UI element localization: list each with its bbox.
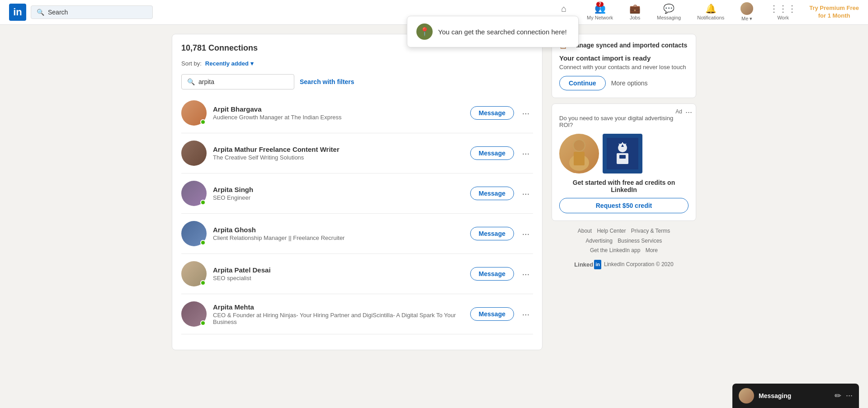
svg-rect-7: [619, 155, 626, 159]
more-options-button[interactable]: ···: [519, 106, 533, 120]
more-options-button[interactable]: ···: [519, 226, 533, 241]
search-bar-row: 🔍 Search with filters: [181, 74, 533, 89]
tooltip-text: You can get the searched connection here…: [438, 28, 567, 36]
connection-title: SEO Engineer: [213, 194, 464, 201]
avatar: [741, 2, 753, 15]
more-options-button[interactable]: ···: [519, 307, 533, 321]
sort-label: Sort by:: [181, 60, 202, 67]
linkedin-logo[interactable]: in: [9, 4, 26, 21]
connection-title: SEO specialist: [213, 275, 464, 281]
connection-info: Arpita Mehta CEO & Founder at Hiring Nin…: [213, 303, 464, 325]
ad-more-dots[interactable]: ···: [685, 108, 692, 117]
nav-messaging[interactable]: 💬 Messaging: [650, 0, 688, 24]
ad-cta-button[interactable]: Request $50 credit: [559, 198, 689, 213]
sort-row: Sort by: Recently added ▾: [181, 60, 533, 67]
messaging-bar[interactable]: Messaging ✏ ···: [732, 384, 859, 408]
table-row: Arpita Mathur Freelance Content Writer T…: [181, 133, 533, 174]
notifications-icon: 🔔: [705, 3, 717, 14]
ad-card: Ad ··· Do you need to save your digital …: [552, 103, 696, 221]
footer-app[interactable]: Get the LinkedIn app: [590, 247, 640, 253]
search-bar[interactable]: 🔍: [31, 5, 153, 19]
online-indicator: [200, 200, 206, 205]
table-row: Arpita Ghosh Client Relationship Manager…: [181, 214, 533, 254]
search-with-filters[interactable]: Search with filters: [300, 78, 354, 85]
connection-name[interactable]: Arpita Singh: [213, 186, 464, 193]
premium-link[interactable]: Try Premium Free for 1 Month: [809, 5, 859, 20]
footer-advertising[interactable]: Advertising: [586, 238, 613, 244]
right-panel: 📋 Manage synced and imported contacts Yo…: [552, 34, 696, 350]
nav-work[interactable]: ⋮⋮⋮ Work: [762, 0, 804, 24]
connection-name[interactable]: Arpit Bhargava: [213, 105, 464, 113]
message-button[interactable]: Message: [470, 187, 514, 200]
more-dots-icon[interactable]: ···: [846, 391, 853, 401]
ad-images: [559, 134, 689, 174]
message-button[interactable]: Message: [470, 227, 514, 240]
avatar: [181, 221, 207, 246]
online-indicator: [200, 280, 206, 286]
nav-work-label: Work: [777, 15, 788, 20]
sort-dropdown[interactable]: Recently added ▾: [205, 60, 254, 67]
network-badge: 7: [596, 2, 604, 7]
footer-business-services[interactable]: Business Services: [618, 238, 662, 244]
connection-info: Arpit Bhargava Audience Growth Manager a…: [213, 105, 464, 121]
ad-label: Ad: [675, 108, 682, 115]
main-layout: 10,781 Connections Sort by: Recently add…: [163, 25, 705, 359]
messaging-avatar: [739, 388, 754, 403]
search-connections[interactable]: 🔍: [181, 74, 294, 89]
nav-jobs[interactable]: 💼 Jobs: [622, 0, 648, 24]
footer-privacy-terms[interactable]: Privacy & Terms: [631, 228, 670, 234]
nav-messaging-label: Messaging: [657, 15, 681, 20]
import-header-text: Manage synced and imported contacts: [571, 42, 687, 49]
footer-copyright: LinkedIn Corporation © 2020: [604, 260, 674, 270]
footer-logo: Linkedin LinkedIn Corporation © 2020: [552, 259, 696, 270]
connection-title: Audience Growth Manager at The Indian Ex…: [213, 114, 464, 121]
more-options-text[interactable]: More options: [611, 80, 648, 87]
message-button[interactable]: Message: [470, 146, 514, 160]
more-options-button[interactable]: ···: [519, 146, 533, 160]
connection-actions: Message ···: [470, 146, 533, 160]
connection-title: Client Relationship Manager || Freelance…: [213, 234, 464, 241]
online-indicator: [200, 320, 206, 326]
search-connections-input[interactable]: [198, 78, 288, 85]
nav-network[interactable]: 👥 7 My Network: [580, 0, 620, 24]
chevron-down-icon: ▾: [250, 60, 254, 67]
connection-name[interactable]: Arpita Mathur Freelance Content Writer: [213, 145, 464, 153]
ad-cta-text: Get started with free ad credits on Link…: [559, 179, 689, 193]
avatar: [181, 301, 207, 327]
connection-name[interactable]: Arpita Patel Desai: [213, 266, 464, 274]
message-button[interactable]: Message: [470, 106, 514, 120]
ad-description: Do you need to save your digital adverti…: [559, 115, 689, 128]
connection-name[interactable]: Arpita Mehta: [213, 303, 464, 311]
more-options-button[interactable]: ···: [519, 186, 533, 201]
footer-about[interactable]: About: [578, 228, 592, 234]
footer-links: About Help Center Privacy & Terms Advert…: [552, 226, 696, 270]
ad-person-image: [559, 134, 599, 174]
connection-info: Arpita Patel Desai SEO specialist: [213, 266, 464, 281]
table-row: Arpit Bhargava Audience Growth Manager a…: [181, 93, 533, 133]
import-actions: Continue More options: [559, 76, 689, 90]
nav-me[interactable]: Me ▾: [733, 0, 760, 24]
continue-button[interactable]: Continue: [559, 76, 606, 90]
nav-items: ⌂ Home 👥 7 My Network 💼 Jobs 💬 Messaging…: [550, 0, 859, 24]
search-icon: 🔍: [37, 9, 44, 16]
connection-name[interactable]: Arpita Ghosh: [213, 226, 464, 234]
connection-actions: Message ···: [470, 106, 533, 120]
message-button[interactable]: Message: [470, 267, 514, 281]
compose-icon[interactable]: ✏: [835, 391, 841, 401]
footer-more[interactable]: More: [646, 247, 658, 253]
footer-help-center[interactable]: Help Center: [597, 228, 626, 234]
connection-info: Arpita Ghosh Client Relationship Manager…: [213, 226, 464, 241]
avatar: [181, 100, 207, 126]
pin-icon: 📍: [416, 23, 433, 40]
connections-panel: 10,781 Connections Sort by: Recently add…: [172, 34, 542, 350]
nav-notifications[interactable]: 🔔 Notifications: [690, 0, 731, 24]
message-button[interactable]: Message: [470, 307, 514, 321]
home-icon: ⌂: [561, 4, 566, 14]
connection-info: Arpita Singh SEO Engineer: [213, 186, 464, 201]
more-options-button[interactable]: ···: [519, 267, 533, 281]
svg-point-2: [574, 140, 585, 151]
connection-actions: Message ···: [470, 267, 533, 281]
messaging-icons: ✏ ···: [835, 391, 853, 401]
import-title: Your contact import is ready: [559, 54, 689, 62]
search-input[interactable]: [48, 9, 147, 16]
